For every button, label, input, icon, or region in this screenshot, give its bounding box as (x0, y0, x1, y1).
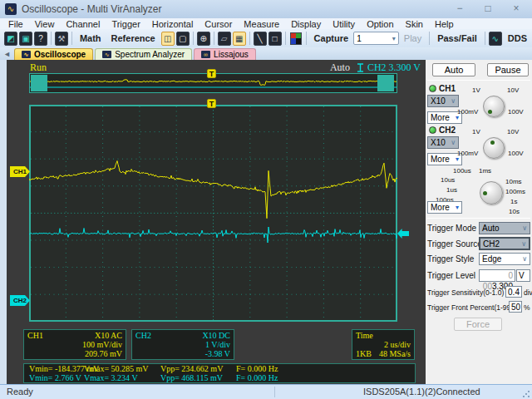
menu-horizontal[interactable]: Horizontal (152, 19, 194, 29)
help-icon[interactable]: ? (34, 32, 47, 46)
ch1-vpp: Vpp= 234.662 mV (160, 364, 223, 373)
trigger-time-marker[interactable]: T (207, 99, 216, 108)
menu-option[interactable]: Option (367, 19, 393, 29)
toolbar-separator (429, 32, 430, 45)
auto-button[interactable]: Auto (432, 63, 475, 76)
ch2-measurements: Vmin= 2.766 V Vmax= 3.234 V Vpp= 468.115… (24, 373, 415, 382)
trigger-source-label: Trigger Source (427, 239, 482, 249)
dds-button[interactable]: DDS (503, 33, 532, 43)
tab-oscilloscope[interactable]: ∿ Oscilloscope (14, 48, 93, 60)
trigger-style-select[interactable]: Edge∨ (479, 253, 530, 265)
tab-lissajous[interactable]: ∞ Lissajous (194, 48, 256, 60)
save-icon[interactable]: ▣ (19, 32, 32, 46)
trigger-level-input[interactable]: 0 003.300 (479, 269, 515, 282)
chevron-down-icon: ∨ (521, 240, 526, 248)
waveform-card-icon[interactable]: ▱ (218, 32, 231, 46)
capture-select[interactable]: 1 ▾ (353, 32, 399, 45)
menu-channel[interactable]: Channel (66, 19, 100, 29)
chevron-down-icon: ▾ (456, 204, 459, 211)
panel-splitter[interactable] (0, 60, 7, 384)
trigger-front-label: Trigger Front Percent(1-99) (427, 303, 513, 312)
tab-scroll-left[interactable]: ◄ (3, 50, 11, 58)
close-button[interactable]: × (502, 0, 530, 17)
cursor-line-icon[interactable]: ╲ (254, 32, 267, 46)
trigger-level-unit-select[interactable]: V (516, 269, 530, 282)
maximize-button[interactable]: □ (474, 0, 502, 17)
ch1-position-marker[interactable]: CH1 (10, 166, 30, 177)
front-unit: % (524, 303, 530, 312)
ch2-vpp: Vpp= 468.115 mV (160, 373, 223, 382)
sample-rate: 48 MSa/s (379, 349, 411, 358)
trigger-source-select[interactable]: CH2∨ (479, 237, 530, 250)
overview-left-handle[interactable] (31, 75, 47, 91)
ch2-probe-select[interactable]: X10∨ (427, 136, 459, 149)
trigger-level-readout: CH2 3.300 V (367, 62, 421, 74)
ch2-position-marker[interactable]: CH2 (10, 295, 30, 306)
split-view-icon[interactable]: ◫ (161, 32, 175, 46)
tab-spectrum-analyzer[interactable]: ∿ Spectrum Analyzer (95, 48, 192, 60)
pause-button[interactable]: Pause (487, 63, 529, 76)
trigger-mode-select[interactable]: Auto∨ (479, 222, 530, 234)
menu-file[interactable]: File (8, 19, 23, 29)
ch1-label: CH1 (439, 84, 456, 93)
device-status: ISDS205A(1.1)(2)Connected (363, 387, 480, 397)
ch2-knob-10v: 10V (507, 128, 519, 135)
time-knob-10s: 10s (509, 208, 520, 215)
trigger-style-label: Trigger Style (427, 254, 474, 264)
math-button[interactable]: Math (75, 33, 106, 43)
ch1-info-box: CH1 X10 AC 100 mV/div 209.76 mV (23, 329, 126, 360)
menu-utility[interactable]: Utility (332, 19, 355, 29)
ch2-enable[interactable]: CH2 (429, 125, 456, 135)
menu-help[interactable]: Help (435, 19, 454, 29)
dds-icon[interactable]: ∿ (489, 32, 502, 46)
trigger-sensitivity-input[interactable]: 0.4 (505, 286, 522, 298)
menu-display[interactable]: Display (291, 19, 321, 29)
waveform-svg (29, 105, 397, 322)
title-bar: ∿ Oscilloscope - Multi VirAnalyzer − □ × (0, 0, 532, 18)
sensitivity-unit: div (524, 288, 532, 297)
timebase-knob[interactable] (480, 181, 503, 204)
ch2-knob-1v: 1V (472, 128, 480, 135)
play-button[interactable]: Play (399, 33, 426, 43)
ch1-knob-10v: 10V (507, 86, 519, 94)
color-scheme-icon[interactable] (290, 32, 302, 45)
chevron-down-icon: ▾ (392, 35, 396, 42)
trigger-time-marker-overview[interactable]: T (207, 69, 216, 78)
ch1-volts-knob[interactable] (483, 96, 505, 117)
single-view-icon[interactable]: ▢ (176, 32, 190, 46)
ch2-scale: 1 V/div (135, 340, 230, 349)
reference-button[interactable]: Reference (106, 33, 160, 43)
acquisition-readout: Auto CH2 3.300 V (330, 62, 421, 74)
resize-grip-icon[interactable] (522, 390, 530, 398)
minimize-button[interactable]: − (446, 0, 474, 17)
knob-pointer (490, 140, 495, 145)
menu-view[interactable]: View (35, 19, 55, 29)
ch1-enable[interactable]: CH1 (429, 83, 456, 93)
menu-skin[interactable]: Skin (406, 19, 423, 29)
hardware-icon[interactable]: ◩ (4, 32, 17, 46)
menu-trigger[interactable]: Trigger (111, 19, 140, 29)
ch1-measurements: Vmin= -184.377 mV Vmax= 50.285 mV Vpp= 2… (24, 364, 415, 373)
pan-icon[interactable]: ⊕ (197, 32, 210, 46)
force-button[interactable]: Force (454, 318, 502, 331)
time-name: Time (356, 331, 411, 340)
trigger-level-label: Trigger Level (427, 271, 475, 280)
stop-icon[interactable]: □ (268, 32, 282, 46)
menu-cursor[interactable]: Cursor (204, 19, 232, 29)
tools-icon[interactable]: ⚒ (55, 32, 68, 46)
time-more-select[interactable]: More▾ (427, 201, 462, 214)
ch2-label: CH2 (439, 126, 456, 135)
time-knob-1us: 1us (446, 186, 457, 194)
ch2-frequency: F= 0.000 Hz (236, 373, 278, 382)
overview-right-handle[interactable] (377, 75, 394, 91)
time-more-label: More (431, 203, 450, 212)
ch1-probe-select[interactable]: X10∨ (427, 95, 459, 107)
display-mode-icon[interactable]: ▦ (233, 32, 246, 46)
trigger-front-input[interactable]: 50 (509, 301, 522, 313)
knob-pointer (488, 110, 492, 114)
passfail-button[interactable]: Pass/Fail (432, 33, 482, 43)
trigger-level-marker[interactable] (397, 229, 409, 239)
time-knob-10ms: 10ms (505, 178, 522, 185)
ch2-volts-knob[interactable] (483, 137, 505, 159)
menu-measure[interactable]: Measure (244, 19, 279, 29)
